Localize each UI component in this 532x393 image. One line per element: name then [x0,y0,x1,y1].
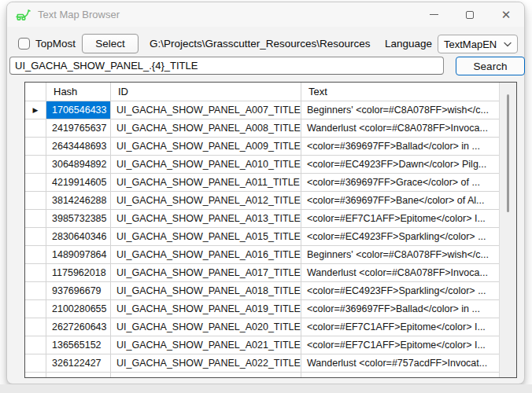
id-cell[interactable]: UI_GACHA_SHOW_PANEL_A007_TITLE [111,101,301,119]
language-combobox[interactable]: TextMapEN [438,35,518,53]
text-cell[interactable]: <color=#369697FF>Ballad</color> in ... [301,300,499,318]
hash-cell[interactable]: 1706546433 [46,101,111,119]
hash-cell[interactable]: 136565152 [46,336,111,354]
hash-cell[interactable]: 326122427 [46,354,111,372]
hash-cell[interactable]: 2100280655 [46,300,111,318]
vertical-scrollbar[interactable] [499,83,516,377]
hash-cell[interactable]: 937696679 [46,282,111,299]
header-hash[interactable]: Hash [46,83,111,101]
id-cell[interactable]: UI_GACHA_SHOW_PANEL_A009_TITLE [111,138,301,155]
table-row[interactable]: ▶ 2627260643 UI_GACHA_SHOW_PANEL_A020_TI… [25,318,499,336]
row-selector-cell[interactable]: ▶ [25,210,46,227]
row-selector-cell[interactable]: ▶ [25,174,46,191]
table-row[interactable]: ▶ <color=#369697FF> [25,373,499,378]
row-selector-cell[interactable]: ▶ [25,373,46,378]
table-row[interactable]: ▶ 4219914605 UI_GACHA_SHOW_PANEL_A011_TI… [25,174,499,192]
search-button[interactable]: Search [456,57,525,75]
id-cell[interactable]: UI_GACHA_SHOW_PANEL_A016_TITLE [111,246,301,263]
table-row[interactable]: ▶ 2100280655 UI_GACHA_SHOW_PANEL_A019_TI… [25,300,499,318]
table-row[interactable]: ▶ 2830640346 UI_GACHA_SHOW_PANEL_A015_TI… [25,228,499,246]
id-cell[interactable]: UI_GACHA_SHOW_PANEL_A019_TITLE [111,300,301,318]
text-cell[interactable]: Wanderlust <color=#757acdFF>Invocat... [301,354,499,372]
table-row[interactable]: ▶ 3064894892 UI_GACHA_SHOW_PANEL_A010_TI… [25,156,499,174]
id-cell[interactable]: UI_GACHA_SHOW_PANEL_A010_TITLE [111,156,301,173]
close-icon: ✕ [501,9,512,20]
id-cell[interactable]: UI_GACHA_SHOW_PANEL_A015_TITLE [111,228,301,245]
table-row[interactable]: ▶ 937696679 UI_GACHA_SHOW_PANEL_A018_TIT… [25,282,499,300]
text-cell[interactable]: <color=#EC4923FF>Sparkling</color> ... [301,282,499,299]
table-row[interactable]: ▶ 2643448693 UI_GACHA_SHOW_PANEL_A009_TI… [25,138,499,156]
id-cell[interactable]: UI_GACHA_SHOW_PANEL_A011_TITLE [111,174,301,191]
row-selector-cell[interactable]: ▶ [25,282,46,299]
id-cell[interactable]: UI_GACHA_SHOW_PANEL_A008_TITLE [111,119,301,137]
minimize-button[interactable] [416,2,452,27]
hash-cell[interactable]: 1175962018 [46,264,111,281]
table-row[interactable]: ▶ 136565152 UI_GACHA_SHOW_PANEL_A021_TIT… [25,336,499,354]
row-selector-cell[interactable]: ▶ [25,156,46,173]
table-row[interactable]: ▶ 1489097864 UI_GACHA_SHOW_PANEL_A016_TI… [25,246,499,264]
close-button[interactable]: ✕ [488,2,524,27]
id-cell[interactable]: UI_GACHA_SHOW_PANEL_A021_TITLE [111,336,301,354]
hash-cell[interactable] [46,373,111,378]
row-selector-cell[interactable]: ▶ [25,318,46,336]
hash-cell[interactable]: 2830640346 [46,228,111,245]
row-selector-cell[interactable]: ▶ [25,192,46,209]
text-cell[interactable]: <color=#EC4923FF>Dawn</color> Pilg... [301,156,499,173]
id-cell[interactable] [111,373,301,378]
hash-cell[interactable]: 4219914605 [46,174,111,191]
maximize-button[interactable] [452,2,488,27]
id-cell[interactable]: UI_GACHA_SHOW_PANEL_A020_TITLE [111,318,301,336]
id-cell[interactable]: UI_GACHA_SHOW_PANEL_A018_TITLE [111,282,301,299]
id-cell[interactable]: UI_GACHA_SHOW_PANEL_A022_TITLE [111,354,301,372]
text-cell[interactable]: <color=#EC4923FF>Sparkling</color> ... [301,228,499,245]
row-selector-cell[interactable]: ▶ [25,336,46,354]
header-text[interactable]: Text [301,83,499,101]
id-cell[interactable]: UI_GACHA_SHOW_PANEL_A012_TITLE [111,192,301,209]
hash-cell[interactable]: 2643448693 [46,138,111,155]
title-bar[interactable]: Text Map Browser ✕ [7,2,524,27]
text-cell[interactable]: Wanderlust <color=#C8A078FF>Invoca... [301,119,499,137]
hash-cell[interactable]: 2627260643 [46,318,111,336]
row-selector-cell[interactable]: ▶ [25,354,46,372]
row-selector-cell[interactable]: ▶ [25,246,46,263]
row-selector-cell[interactable]: ▶ [25,138,46,155]
header-id[interactable]: ID [111,83,301,101]
text-cell[interactable]: <color=#369697FF>Ballad</color> in ... [301,138,499,155]
table-row[interactable]: ▶ 1175962018 UI_GACHA_SHOW_PANEL_A017_TI… [25,264,499,282]
grid-header-row: Hash ID Text [25,83,499,101]
text-cell[interactable]: Beginners' <color=#C8A078FF>wish</c... [301,101,499,119]
id-cell[interactable]: UI_GACHA_SHOW_PANEL_A013_TITLE [111,210,301,227]
hash-cell[interactable]: 3814246288 [46,192,111,209]
text-cell[interactable]: <color=#EF7C1AFF>Epitome</color> I... [301,318,499,336]
text-cell[interactable]: Wanderlust <color=#C8A078FF>Invoca... [301,264,499,281]
language-selected-value: TextMapEN [444,39,497,50]
row-selector-cell[interactable]: ▶ [25,119,46,137]
hash-cell[interactable]: 3064894892 [46,156,111,173]
topmost-checkbox[interactable] [18,38,30,50]
hash-cell[interactable]: 2419765637 [46,119,111,137]
hash-cell[interactable]: 1489097864 [46,246,111,263]
select-button[interactable]: Select [82,34,139,53]
search-input[interactable] [9,57,444,75]
scrollbar-thumb[interactable] [507,94,509,212]
text-cell[interactable]: <color=#369697FF>Bane</color> of Al... [301,192,499,209]
table-row[interactable]: ▶ 326122427 UI_GACHA_SHOW_PANEL_A022_TIT… [25,354,499,373]
table-row[interactable]: ▶ 2419765637 UI_GACHA_SHOW_PANEL_A008_TI… [25,119,499,138]
text-cell[interactable]: <color=#EF7C1AFF>Epitome</color> I... [301,336,499,354]
row-selector-cell[interactable]: ▶ [25,228,46,245]
table-row[interactable]: ▶ 3814246288 UI_GACHA_SHOW_PANEL_A012_TI… [25,192,499,210]
text-cell[interactable]: Beginners' <color=#C8A078FF>wish</c... [301,246,499,263]
table-row[interactable]: ▶ 3985732385 UI_GACHA_SHOW_PANEL_A013_TI… [25,210,499,228]
row-selector-cell[interactable]: ▶ [25,300,46,318]
header-row-selector[interactable] [25,83,46,101]
id-cell[interactable]: UI_GACHA_SHOW_PANEL_A017_TITLE [111,264,301,281]
text-cell[interactable]: <color=#369697FF>Grace</color> of ... [301,174,499,191]
table-row[interactable]: ▶ 1706546433 UI_GACHA_SHOW_PANEL_A007_TI… [25,101,499,119]
text-map-browser-window: Text Map Browser ✕ TopMost Select G:\Pro… [6,2,525,384]
hash-cell[interactable]: 3985732385 [46,210,111,227]
text-cell[interactable]: <color=#369697FF> [301,373,499,378]
row-selector-cell[interactable]: ▶ [25,101,46,119]
text-cell[interactable]: <color=#EF7C1AFF>Epitome</color> I... [301,210,499,227]
row-selector-cell[interactable]: ▶ [25,264,46,281]
chevron-down-icon [504,42,512,47]
